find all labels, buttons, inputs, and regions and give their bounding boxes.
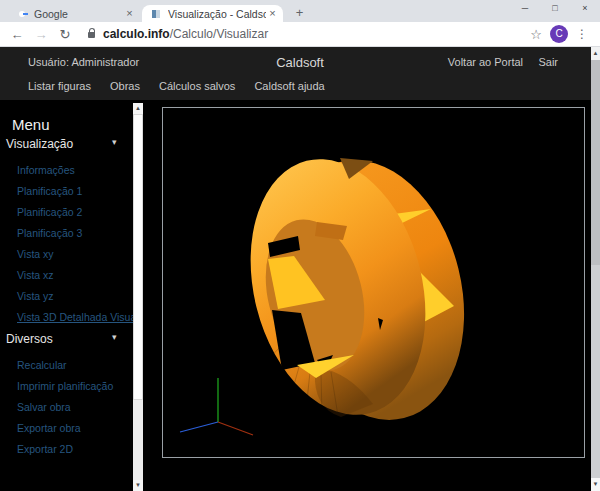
bookmark-star-icon[interactable]: ☆ [530, 27, 542, 42]
tab-caldsoft[interactable]: Visualização - Caldsoft × [142, 5, 283, 22]
browser-window: Google × Visualização - Caldsoft × + ─ □… [0, 0, 600, 491]
impeller-model [163, 108, 584, 457]
sidebar-item-planificacao-3[interactable]: Planificação 3 [0, 223, 133, 244]
tab-close-icon[interactable]: × [266, 7, 279, 20]
scroll-down-icon[interactable]: ▼ [591, 478, 600, 491]
scroll-down-icon[interactable]: ▼ [133, 480, 143, 491]
sidebar-title: Menu [12, 116, 133, 133]
sidebar-item-vista-yz[interactable]: Vista yz [0, 286, 133, 307]
sidebar-item-salvar-obra[interactable]: Salvar obra [0, 397, 133, 418]
tab-strip: Google × Visualização - Caldsoft × + ─ □… [0, 0, 600, 22]
new-tab-button[interactable]: + [291, 5, 308, 22]
brand-title: Caldsoft [276, 55, 324, 70]
minimize-button[interactable]: ─ [510, 0, 540, 17]
sidebar-item-vista-3d-detalhada[interactable]: Vista 3D Detalhada Visualizar [0, 307, 133, 328]
caldsoft-favicon-icon [150, 8, 162, 20]
profile-avatar[interactable]: C [550, 25, 568, 43]
nav-listar-figuras[interactable]: Listar figuras [28, 80, 91, 92]
tab-title: Visualização - Caldsoft [168, 8, 266, 20]
sidebar-item-planificacao-1[interactable]: Planificação 1 [0, 181, 133, 202]
tab-google[interactable]: Google × [8, 5, 140, 22]
scroll-up-icon[interactable]: ▲ [133, 103, 143, 114]
tab-title: Google [34, 8, 123, 20]
lock-icon [88, 32, 95, 38]
tab-close-icon[interactable]: × [123, 7, 136, 20]
nav-obras[interactable]: Obras [110, 80, 140, 92]
close-button[interactable]: × [570, 0, 600, 17]
browser-menu-icon[interactable]: ⋮ [576, 27, 588, 41]
url-domain: calculo.info [103, 27, 170, 41]
url-path: /Calculo/Visualizar [170, 27, 269, 41]
scroll-up-icon[interactable]: ▲ [591, 47, 600, 60]
page-scrollbar[interactable]: ▲ ▼ [591, 47, 600, 491]
user-label: Usuário: Administrador [28, 56, 139, 68]
forward-icon[interactable]: → [34, 27, 48, 42]
sidebar-item-planificacao-2[interactable]: Planificação 2 [0, 202, 133, 223]
sidebar-item-imprimir-planificacao[interactable]: Imprimir planificação [0, 376, 133, 397]
header-nav: Listar figuras Obras Cálculos salvos Cal… [28, 80, 325, 92]
google-g-icon [16, 8, 28, 20]
chevron-down-icon: ▾ [112, 137, 117, 147]
back-icon[interactable]: ← [10, 27, 24, 42]
sidebar-item-informacoes[interactable]: Informações [0, 160, 133, 181]
section-visualizacao[interactable]: Visualização ▾ [0, 133, 133, 154]
maximize-button[interactable]: □ [540, 0, 570, 17]
sidebar-scrollbar[interactable]: ▲ ▼ [133, 103, 143, 491]
sidebar-item-recalcular[interactable]: Recalcular [0, 355, 133, 376]
axes-indicator [180, 378, 253, 435]
sidebar-item-exportar-2d[interactable]: Exportar 2D [0, 439, 133, 460]
viewport-3d[interactable] [162, 107, 585, 458]
sidebar-item-exportar-obra[interactable]: Exportar obra [0, 418, 133, 439]
nav-calculos-salvos[interactable]: Cálculos salvos [159, 80, 235, 92]
page-body: Menu Visualização ▾ Informações Planific… [0, 100, 600, 491]
window-controls: ─ □ × [510, 0, 600, 17]
nav-caldsoft-ajuda[interactable]: Caldsoft ajuda [254, 80, 324, 92]
sidebar-item-vista-xy[interactable]: Vista xy [0, 244, 133, 265]
sidebar: Menu Visualização ▾ Informações Planific… [0, 100, 133, 491]
url-bar[interactable]: calculo.info/Calculo/Visualizar [103, 27, 268, 41]
sidebar-item-vista-xz[interactable]: Vista xz [0, 265, 133, 286]
chevron-down-icon: ▾ [112, 332, 117, 342]
portal-link[interactable]: Voltar ao Portal [448, 56, 523, 68]
sidebar-scrollbar-thumb[interactable] [133, 114, 143, 400]
page-header: Usuário: Administrador Caldsoft Voltar a… [0, 47, 600, 100]
logout-link[interactable]: Sair [538, 56, 558, 68]
browser-toolbar: ← → ↻ calculo.info/Calculo/Visualizar ☆ … [0, 22, 600, 47]
page-scrollbar-thumb[interactable] [591, 60, 600, 265]
section-diversos[interactable]: Diversos ▾ [0, 328, 133, 349]
reload-icon[interactable]: ↻ [58, 27, 72, 42]
